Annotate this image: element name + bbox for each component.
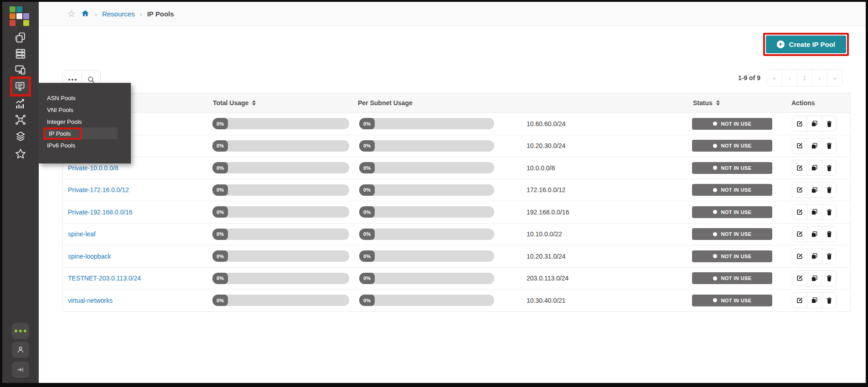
- sort-icon[interactable]: [252, 100, 256, 106]
- table-row: spine-loopback0%0%10.20.31.0/24NOT IN US…: [63, 245, 850, 267]
- subnet-usage-bar: 0%: [359, 118, 494, 129]
- sidebar-item-analytics[interactable]: [14, 97, 27, 111]
- per-subnet-usage-cell: 0%10.20.31.0/24: [352, 245, 687, 267]
- status-cell: NOT IN USE: [687, 201, 785, 223]
- edit-button[interactable]: [792, 160, 807, 175]
- menu-item-ip-pools[interactable]: IP Pools: [43, 127, 118, 139]
- total-usage-cell: 0%: [207, 113, 352, 135]
- status-label: NOT IN USE: [721, 254, 752, 259]
- clone-button[interactable]: [807, 138, 822, 153]
- home-icon[interactable]: [81, 9, 90, 18]
- edit-button[interactable]: [792, 271, 807, 286]
- per-subnet-usage-cell: 0%10.60.60.0/24: [352, 113, 687, 135]
- pool-name-link[interactable]: spine-leaf: [68, 230, 96, 238]
- delete-button[interactable]: [822, 227, 836, 242]
- delete-button[interactable]: [822, 293, 836, 308]
- sidebar-item-resources[interactable]: [10, 76, 31, 97]
- clone-button[interactable]: [807, 204, 822, 219]
- edit-icon: [796, 164, 803, 172]
- pool-name-cell: TESTNET-203.0.113.0/24: [63, 268, 207, 290]
- clone-icon: [811, 297, 818, 304]
- pool-name-link[interactable]: spine-loopback: [68, 253, 111, 260]
- edit-button[interactable]: [792, 116, 807, 131]
- pool-name-link[interactable]: TESTNET-203.0.113.0/24: [68, 275, 141, 282]
- app-logo[interactable]: [10, 6, 29, 26]
- menu-item-vni-pools[interactable]: VNI Pools: [39, 104, 131, 116]
- sort-icon[interactable]: [716, 100, 720, 106]
- actions-cell: [785, 224, 851, 245]
- delete-button[interactable]: [822, 183, 836, 198]
- menu-item-asn-pools[interactable]: ASN Pools: [39, 92, 131, 104]
- edit-button[interactable]: [792, 249, 807, 264]
- design-icon: [14, 64, 27, 76]
- total-usage-cell: 0%: [207, 157, 352, 179]
- actions-group: [792, 182, 837, 198]
- delete-button[interactable]: [822, 160, 836, 175]
- delete-icon: [826, 164, 832, 172]
- clone-button[interactable]: [807, 293, 822, 308]
- user-button[interactable]: [12, 341, 29, 358]
- clone-button[interactable]: [807, 183, 822, 198]
- delete-button[interactable]: [822, 204, 836, 219]
- delete-button[interactable]: [822, 138, 836, 153]
- favorite-star-icon[interactable]: ☆: [67, 9, 76, 18]
- sidebar-item-blueprints[interactable]: [14, 31, 27, 45]
- status-cell: NOT IN USE: [687, 224, 785, 245]
- ellipsis-icon: [68, 79, 77, 81]
- more-ellipsis-icon: [15, 330, 26, 332]
- column-header-status[interactable]: Status: [687, 99, 785, 107]
- table-row: spine-leaf0%0%10.10.0.0/22NOT IN USE: [63, 223, 850, 245]
- pool-name-link[interactable]: Private-10.0.0.0/8: [68, 164, 119, 172]
- logout-button[interactable]: [12, 362, 29, 378]
- delete-button[interactable]: [822, 116, 836, 131]
- pool-name-link[interactable]: virtual-networks: [68, 297, 113, 304]
- status-cell: NOT IN USE: [687, 245, 785, 267]
- prev-page-button[interactable]: ‹: [782, 70, 797, 86]
- breadcrumb-current: IP Pools: [147, 10, 174, 18]
- next-page-button[interactable]: ›: [812, 70, 827, 86]
- total-usage-bar: 0%: [212, 140, 349, 152]
- pagination-range: 1-9 of 9: [738, 74, 760, 81]
- clone-button[interactable]: [807, 116, 822, 131]
- pool-name-link[interactable]: Private-192.168.0.0/16: [68, 209, 133, 216]
- sidebar-item-fabric[interactable]: [14, 113, 27, 127]
- sidebar-item-platform[interactable]: [14, 130, 27, 143]
- status-dot-icon: [713, 232, 717, 236]
- edit-button[interactable]: [792, 293, 807, 308]
- clone-button[interactable]: [807, 160, 822, 175]
- resources-icon: [14, 80, 27, 93]
- edit-button[interactable]: [792, 204, 807, 219]
- sidebar-item-devices[interactable]: [14, 47, 27, 61]
- last-page-button[interactable]: »: [827, 70, 842, 86]
- breadcrumb-resources-link[interactable]: Resources: [102, 10, 135, 18]
- edit-button[interactable]: [792, 183, 807, 198]
- delete-button[interactable]: [822, 249, 836, 264]
- pool-name-link[interactable]: Private-172.16.0.0/12: [68, 186, 129, 194]
- sidebar-item-design[interactable]: [14, 63, 27, 77]
- actions-group: [792, 116, 837, 132]
- table-row: TESTNET-203.0.113.0/240%0%203.0.113.0/24…: [63, 267, 850, 290]
- edit-button[interactable]: [792, 227, 807, 242]
- actions-cell: [785, 179, 851, 201]
- menu-item-integer-pools[interactable]: Integer Pools: [39, 116, 131, 127]
- create-ip-pool-button[interactable]: + Create IP Pool: [766, 36, 846, 53]
- more-menu-button[interactable]: [12, 323, 29, 339]
- subnet-value: 192.168.0.0/16: [527, 209, 569, 216]
- edit-button[interactable]: [792, 138, 807, 153]
- first-page-button[interactable]: «: [767, 70, 782, 86]
- page-number-button[interactable]: 1: [797, 70, 812, 86]
- menu-item-ipv6-pools[interactable]: IPv6 Pools: [39, 139, 131, 151]
- status-label: NOT IN USE: [721, 231, 752, 237]
- subnet-usage-bar: 0%: [359, 140, 494, 152]
- column-header-label: Total Usage: [213, 99, 248, 107]
- sidebar-item-favorites[interactable]: [14, 147, 27, 161]
- table-row: 0%0%10.60.60.0/24NOT IN USE: [63, 112, 850, 135]
- subnet-value: 10.20.30.0/24: [527, 142, 566, 149]
- clone-button[interactable]: [807, 249, 822, 264]
- clone-button[interactable]: [807, 227, 822, 242]
- status-cell: NOT IN USE: [687, 290, 785, 311]
- column-header-total-usage[interactable]: Total Usage: [207, 99, 352, 107]
- delete-button[interactable]: [822, 271, 836, 286]
- actions-group: [792, 138, 837, 154]
- clone-button[interactable]: [807, 271, 822, 286]
